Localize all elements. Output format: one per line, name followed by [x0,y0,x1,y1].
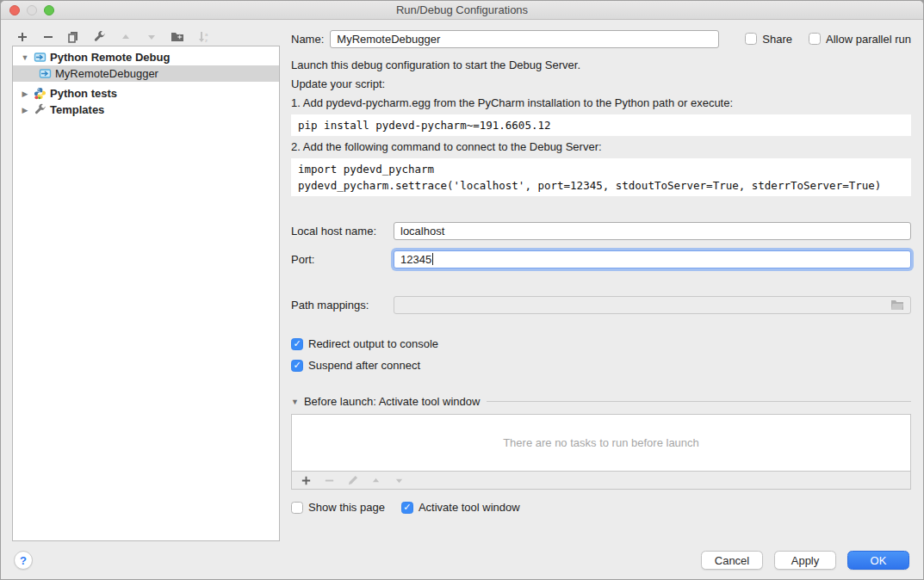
expanded-arrow-icon[interactable]: ▼ [20,53,30,62]
ok-button[interactable]: OK [847,551,909,570]
before-launch-section-header[interactable]: ▼ Before launch: Activate tool window [291,395,911,408]
settrace-code-line-1: import pydevd_pycharm [298,161,904,177]
port-label: Port: [291,253,394,266]
tree-item-label: Python Remote Debug [50,51,170,64]
allow-parallel-run-label: Allow parallel run [826,33,911,46]
tree-item-templates[interactable]: ▶ Templates [13,102,279,118]
settrace-code-line-2: pydevd_pycharm.settrace('localhost', por… [298,177,904,194]
remove-task-icon[interactable] [323,474,336,487]
name-label: Name: [291,33,324,46]
remote-debug-icon [33,51,47,65]
section-divider [487,401,911,402]
suspend-after-connect-label: Suspend after connect [308,359,420,372]
new-folder-icon[interactable] [170,30,184,45]
before-launch-task-list: There are no tasks to run before launch [291,414,911,490]
move-up-icon[interactable] [118,30,133,45]
suspend-after-connect-checkbox[interactable] [291,360,303,372]
configurations-toolbar: az [15,29,210,45]
sort-alphabetically-icon[interactable]: az [195,30,210,45]
move-task-down-icon[interactable] [393,474,406,487]
local-host-name-input[interactable] [394,222,911,240]
help-button[interactable]: ? [14,551,33,570]
pip-install-code: pip install pydevd-pycharm~=191.6605.12 [291,114,911,136]
collapsed-arrow-icon[interactable]: ▶ [20,89,30,98]
port-input[interactable]: 12345 [394,250,911,268]
instruction-line-1: Launch this debug configuration to start… [291,57,911,73]
browse-folder-icon[interactable] [890,299,904,311]
tree-item-label: MyRemoteDebugger [55,67,158,80]
path-mappings-input[interactable] [394,296,911,314]
before-launch-toolbar [292,471,910,489]
tree-item-myremotedebugger[interactable]: MyRemoteDebugger [13,65,279,82]
apply-button[interactable]: Apply [774,551,836,570]
tree-item-label: Python tests [50,87,117,100]
edit-templates-wrench-icon[interactable] [92,30,107,45]
activate-tool-window-checkbox[interactable] [401,502,413,514]
activate-tool-window-label: Activate tool window [419,501,520,514]
remove-configuration-icon[interactable] [40,30,55,45]
add-configuration-icon[interactable] [15,30,29,45]
title-bar: Run/Debug Configurations [1,1,923,20]
cancel-button[interactable]: Cancel [701,551,763,570]
name-input[interactable] [330,30,719,48]
instruction-step-1: 1. Add pydevd-pycharm.egg from the PyCha… [291,95,911,111]
path-mappings-label: Path mappings: [291,299,394,312]
tree-item-python-remote-debug[interactable]: ▼ Python Remote Debug [13,49,279,65]
before-launch-title: Before launch: Activate tool window [304,395,481,408]
move-down-icon[interactable] [144,30,158,45]
edit-task-pencil-icon[interactable] [346,474,359,487]
share-checkbox[interactable] [745,33,757,45]
allow-parallel-run-checkbox[interactable] [809,33,821,45]
before-launch-empty-text: There are no tasks to run before launch [292,415,910,471]
svg-text:z: z [205,38,208,43]
redirect-output-label: Redirect output to console [308,337,438,350]
settrace-code: import pydevd_pycharm pydevd_pycharm.set… [291,158,911,196]
local-host-name-label: Local host name: [291,225,394,238]
tree-item-python-tests[interactable]: ▶ Python tests [13,85,279,102]
instruction-step-2: 2. Add the following command to connect … [291,139,911,155]
section-expanded-arrow-icon: ▼ [291,398,299,406]
collapsed-arrow-icon[interactable]: ▶ [20,106,30,114]
svg-text:a: a [205,32,208,37]
python-tests-icon [33,87,47,101]
show-this-page-checkbox[interactable] [291,502,303,514]
show-this-page-label: Show this page [308,501,385,514]
remote-debug-icon [38,67,52,81]
port-value: 12345 [400,253,431,266]
redirect-output-checkbox[interactable] [291,338,303,350]
configuration-form: Name: Share Allow parallel run Launch th… [291,29,911,514]
window-title: Run/Debug Configurations [1,3,923,16]
share-label: Share [762,33,792,46]
instruction-line-2: Update your script: [291,76,911,92]
tree-item-label: Templates [50,103,104,116]
copy-configuration-icon[interactable] [66,30,81,45]
move-task-up-icon[interactable] [369,474,382,487]
run-debug-configurations-dialog: Run/Debug Configurations az ▼ [0,0,924,580]
configurations-tree: ▼ Python Remote Debug MyRemoteDebugger ▶ [12,46,280,541]
text-caret [432,253,433,265]
wrench-icon [33,103,47,117]
add-task-icon[interactable] [300,474,313,487]
